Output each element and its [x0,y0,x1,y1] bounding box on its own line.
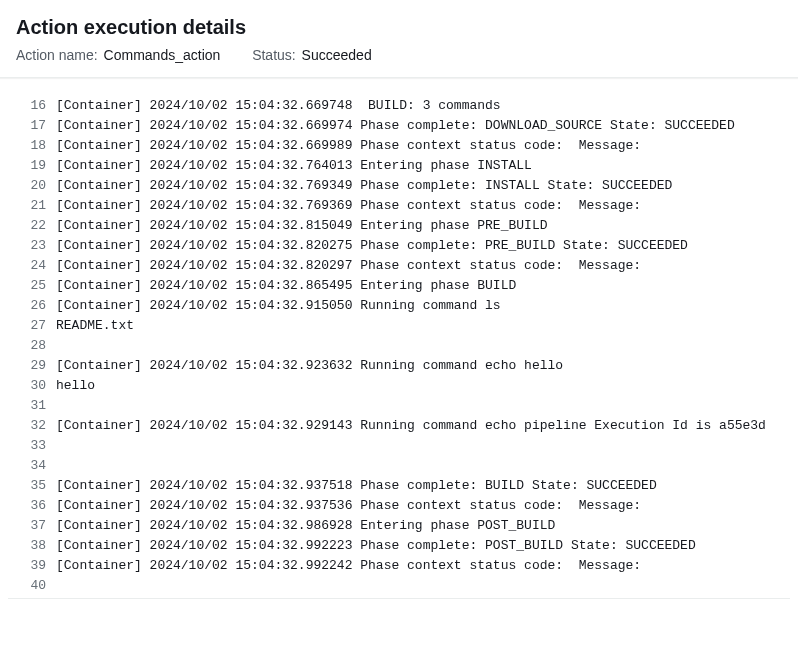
line-number: 38 [8,536,56,556]
log-text: [Container] 2024/10/02 15:04:32.992223 P… [56,536,790,556]
line-number: 39 [8,556,56,576]
line-number: 19 [8,156,56,176]
line-number: 22 [8,216,56,236]
line-number: 25 [8,276,56,296]
log-line[interactable]: 18[Container] 2024/10/02 15:04:32.669989… [8,136,790,156]
log-lines-list: 16[Container] 2024/10/02 15:04:32.669748… [8,94,790,599]
log-line[interactable]: 17[Container] 2024/10/02 15:04:32.669974… [8,116,790,136]
log-line[interactable]: 27README.txt [8,316,790,336]
log-text: [Container] 2024/10/02 15:04:32.937518 P… [56,476,790,496]
log-text [56,576,790,596]
log-line[interactable]: 37[Container] 2024/10/02 15:04:32.986928… [8,516,790,536]
line-number: 18 [8,136,56,156]
line-number: 23 [8,236,56,256]
log-line[interactable]: 25[Container] 2024/10/02 15:04:32.865495… [8,276,790,296]
log-line[interactable]: 31 [8,396,790,416]
line-number: 35 [8,476,56,496]
log-line[interactable]: 22[Container] 2024/10/02 15:04:32.815049… [8,216,790,236]
line-number: 29 [8,356,56,376]
line-number: 24 [8,256,56,276]
log-line[interactable]: 40 [8,576,790,596]
page-title: Action execution details [16,16,782,39]
status-value: Succeeded [302,47,372,63]
log-line[interactable]: 30hello [8,376,790,396]
line-number: 32 [8,416,56,436]
log-text [56,456,790,476]
log-line[interactable]: 23[Container] 2024/10/02 15:04:32.820275… [8,236,790,256]
line-number: 17 [8,116,56,136]
log-line[interactable]: 28 [8,336,790,356]
line-number: 16 [8,96,56,116]
log-text: [Container] 2024/10/02 15:04:32.764013 E… [56,156,790,176]
log-text: [Container] 2024/10/02 15:04:32.669974 P… [56,116,790,136]
log-line[interactable]: 26[Container] 2024/10/02 15:04:32.915050… [8,296,790,316]
log-line[interactable]: 39[Container] 2024/10/02 15:04:32.992242… [8,556,790,576]
log-text: [Container] 2024/10/02 15:04:32.769349 P… [56,176,790,196]
line-number: 26 [8,296,56,316]
log-text: [Container] 2024/10/02 15:04:32.669748 B… [56,96,790,116]
line-number: 36 [8,496,56,516]
log-line[interactable]: 20[Container] 2024/10/02 15:04:32.769349… [8,176,790,196]
line-number: 40 [8,576,56,596]
line-number: 34 [8,456,56,476]
line-number: 21 [8,196,56,216]
line-number: 20 [8,176,56,196]
log-text: [Container] 2024/10/02 15:04:32.929143 R… [56,416,790,436]
meta-row: Action name: Commands_action Status: Suc… [16,47,782,63]
log-text: [Container] 2024/10/02 15:04:32.820297 P… [56,256,790,276]
action-name-value: Commands_action [104,47,221,63]
log-text: [Container] 2024/10/02 15:04:32.937536 P… [56,496,790,516]
log-text [56,336,790,356]
log-line[interactable]: 19[Container] 2024/10/02 15:04:32.764013… [8,156,790,176]
log-line[interactable]: 38[Container] 2024/10/02 15:04:32.992223… [8,536,790,556]
log-line[interactable]: 36[Container] 2024/10/02 15:04:32.937536… [8,496,790,516]
line-number: 33 [8,436,56,456]
log-line[interactable]: 29[Container] 2024/10/02 15:04:32.923632… [8,356,790,376]
log-line[interactable]: 34 [8,456,790,476]
log-text: [Container] 2024/10/02 15:04:32.769369 P… [56,196,790,216]
log-text [56,436,790,456]
log-text: README.txt [56,316,790,336]
line-number: 30 [8,376,56,396]
log-text: [Container] 2024/10/02 15:04:32.865495 E… [56,276,790,296]
line-number: 28 [8,336,56,356]
line-number: 37 [8,516,56,536]
log-text [56,396,790,416]
log-text: [Container] 2024/10/02 15:04:32.992242 P… [56,556,790,576]
log-line[interactable]: 24[Container] 2024/10/02 15:04:32.820297… [8,256,790,276]
log-text: [Container] 2024/10/02 15:04:32.915050 R… [56,296,790,316]
log-text: [Container] 2024/10/02 15:04:32.815049 E… [56,216,790,236]
action-name-label: Action name: [16,47,98,63]
log-line[interactable]: 32[Container] 2024/10/02 15:04:32.929143… [8,416,790,436]
status-label: Status: [252,47,296,63]
log-line[interactable]: 16[Container] 2024/10/02 15:04:32.669748… [8,96,790,116]
log-viewer[interactable]: 16[Container] 2024/10/02 15:04:32.669748… [8,94,790,599]
log-text: [Container] 2024/10/02 15:04:32.669989 P… [56,136,790,156]
line-number: 31 [8,396,56,416]
details-header: Action execution details Action name: Co… [0,0,798,78]
log-text: hello [56,376,790,396]
log-text: [Container] 2024/10/02 15:04:32.986928 E… [56,516,790,536]
log-line[interactable]: 21[Container] 2024/10/02 15:04:32.769369… [8,196,790,216]
log-text: [Container] 2024/10/02 15:04:32.820275 P… [56,236,790,256]
log-line[interactable]: 35[Container] 2024/10/02 15:04:32.937518… [8,476,790,496]
line-number: 27 [8,316,56,336]
log-line[interactable]: 33 [8,436,790,456]
log-text: [Container] 2024/10/02 15:04:32.923632 R… [56,356,790,376]
